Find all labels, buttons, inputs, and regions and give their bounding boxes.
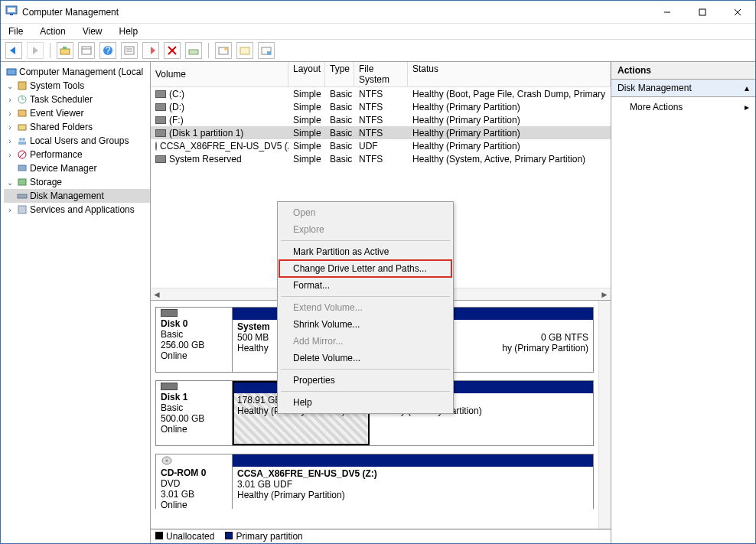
tree-root[interactable]: Computer Management (Local [4, 65, 150, 79]
actions-more[interactable]: More Actions ▸ [611, 97, 755, 117]
collapse-icon: ▴ [745, 83, 749, 93]
ctx-help[interactable]: Help [279, 394, 451, 411]
scroll-right-icon[interactable]: ► [598, 288, 611, 301]
scroll-left-icon[interactable]: ◄ [151, 288, 163, 301]
menu-bar: File Action View Help [1, 24, 755, 39]
up-folder-button[interactable] [57, 42, 73, 59]
volume-icon [155, 129, 166, 137]
disk-0-type: Basic [161, 329, 227, 340]
nav-forward-button[interactable] [27, 42, 44, 59]
disk-row-cdrom[interactable]: CD-ROM 0 DVD 3.01 GB Online CCSA_X86FRE_… [155, 454, 594, 509]
menu-action[interactable]: Action [37, 25, 68, 37]
d0p0-status: Healthy [237, 343, 269, 353]
nav-back-button[interactable] [5, 42, 22, 59]
ctx-shrink-volume[interactable]: Shrink Volume... [279, 316, 451, 333]
ctx-change-drive-letter[interactable]: Change Drive Letter and Paths... [279, 260, 451, 277]
volume-status: Healthy (Primary Partition) [408, 102, 611, 112]
tree-performance-label: Performance [30, 149, 83, 160]
volume-row[interactable]: CCSA_X86FRE_EN-US_DV5 (Z:)SimpleBasicUDF… [151, 139, 611, 152]
tree-system-tools-label: System Tools [30, 80, 84, 91]
maximize-button[interactable] [685, 1, 720, 24]
tree-event-viewer[interactable]: ›Event Viewer [4, 106, 150, 120]
volume-name: (Disk 1 partition 1) [169, 128, 243, 138]
tree-performance[interactable]: ›Performance [4, 148, 150, 161]
actions-group-label: Disk Management [618, 83, 692, 93]
volume-layout: Simple [288, 102, 325, 112]
volume-row[interactable]: (F:)SimpleBasicNTFSHealthy (Primary Part… [151, 113, 611, 126]
volume-layout: Simple [288, 115, 325, 125]
tree-task-scheduler[interactable]: ›Task Scheduler [4, 93, 150, 106]
disk-0-partition-0[interactable]: System500 MBHealthy [233, 308, 279, 372]
cdrom-partition-0[interactable]: CCSA_X86FRE_EN-US_DV5 (Z:)3.01 GB UDFHea… [233, 454, 593, 509]
tree-system-tools[interactable]: ⌄System Tools [4, 79, 150, 93]
tree-event-viewer-label: Event Viewer [30, 108, 83, 119]
volume-row[interactable]: (Disk 1 partition 1)SimpleBasicNTFSHealt… [151, 126, 611, 139]
legend-unallocated: Unallocated [155, 531, 214, 542]
tree-local-users[interactable]: ›Local Users and Groups [4, 134, 150, 148]
volume-row[interactable]: (C:)SimpleBasicNTFSHealthy (Boot, Page F… [151, 87, 611, 100]
tool-button-3[interactable] [236, 42, 253, 59]
svg-rect-27 [18, 82, 26, 90]
disk-1-size: 500.00 GB [161, 413, 227, 424]
disk-icon [161, 309, 178, 317]
tree-services-apps[interactable]: ›Services and Applications [4, 203, 150, 217]
svg-rect-23 [240, 47, 249, 54]
close-button[interactable] [720, 1, 755, 24]
col-type[interactable]: Type [325, 62, 354, 86]
help-toolbtn[interactable]: ? [99, 42, 116, 59]
col-status[interactable]: Status [408, 62, 611, 86]
tool-button-4[interactable] [258, 42, 275, 59]
view-list-button[interactable] [121, 42, 138, 59]
volume-icon [155, 90, 166, 98]
minimize-button[interactable] [650, 1, 685, 24]
volume-fs: UDF [354, 141, 408, 151]
tree-root-label: Computer Management (Local [19, 67, 143, 77]
cdp0-title: CCSA_X86FRE_EN-US_DV5 (Z:) [237, 468, 377, 479]
tree-device-manager[interactable]: Device Manager [4, 161, 150, 175]
disk-panel-vscroll[interactable] [598, 301, 611, 529]
volume-status: Healthy (Primary Partition) [408, 128, 611, 138]
svg-rect-4 [699, 9, 705, 15]
volume-layout: Simple [288, 141, 325, 151]
ctx-extend-volume: Extend Volume... [279, 299, 451, 316]
menu-file[interactable]: File [5, 25, 26, 37]
volume-type: Basic [325, 115, 354, 125]
volume-row[interactable]: (D:)SimpleBasicNTFSHealthy (Primary Part… [151, 100, 611, 113]
tree-storage[interactable]: ⌄Storage [4, 175, 150, 189]
disk-0-header: Disk 0 Basic 256.00 GB Online [156, 308, 233, 372]
ctx-mark-active[interactable]: Mark Partition as Active [279, 243, 451, 260]
ctx-delete-volume[interactable]: Delete Volume... [279, 350, 451, 366]
tree-shared-folders[interactable]: ›Shared Folders [4, 120, 150, 134]
tree-disk-management[interactable]: Disk Management [4, 189, 150, 203]
svg-rect-9 [60, 49, 70, 54]
cdp0-status: Healthy (Primary Partition) [237, 490, 345, 500]
tool-button-2[interactable] [215, 42, 232, 59]
svg-rect-35 [18, 142, 26, 145]
refresh-button[interactable] [142, 42, 159, 59]
ctx-format[interactable]: Format... [279, 277, 451, 294]
col-layout[interactable]: Layout [288, 62, 325, 86]
volume-fs: NTFS [354, 102, 408, 112]
volume-icon [155, 155, 166, 163]
properties-button[interactable] [78, 42, 95, 59]
svg-point-34 [22, 138, 25, 141]
disk-1-header: Disk 1 Basic 500.00 GB Online [156, 381, 233, 445]
col-filesystem[interactable]: File System [354, 62, 408, 86]
disk-1-name: Disk 1 [161, 392, 227, 402]
delete-toolbtn[interactable] [164, 42, 181, 59]
svg-rect-20 [189, 50, 198, 54]
cd-icon [161, 456, 227, 467]
menu-help[interactable]: Help [116, 25, 142, 37]
col-volume[interactable]: Volume [151, 62, 288, 86]
svg-text:?: ? [106, 45, 111, 56]
menu-view[interactable]: View [80, 25, 106, 37]
svg-rect-32 [18, 125, 26, 130]
volume-row[interactable]: System ReservedSimpleBasicNTFSHealthy (S… [151, 152, 611, 165]
volume-name: (D:) [169, 102, 184, 112]
actions-group[interactable]: Disk Management ▴ [611, 80, 755, 97]
tool-button-1[interactable] [185, 42, 202, 59]
svg-marker-7 [10, 47, 15, 54]
volume-status: Healthy (System, Active, Primary Partiti… [408, 154, 611, 165]
ctx-properties[interactable]: Properties [279, 372, 451, 389]
volume-name: (C:) [169, 89, 184, 99]
